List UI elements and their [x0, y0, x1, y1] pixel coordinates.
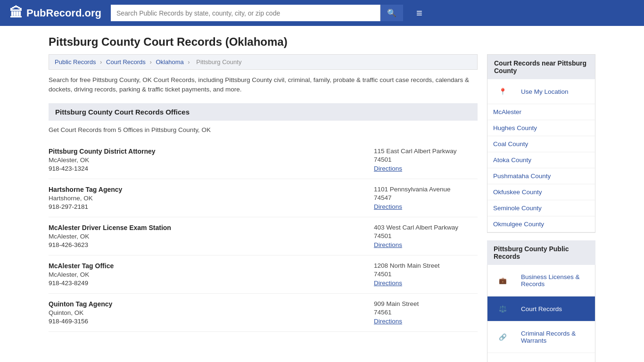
offices-list: Pittsburg County District Attorney McAle… [49, 141, 478, 332]
office-address-2: 403 West Carl Albert Parkway [374, 224, 478, 231]
sidebar: Court Records near Pittsburg County 📍 Us… [487, 54, 595, 362]
offices-count: Get Court Records from 5 Offices in Pitt… [49, 126, 478, 133]
use-location-item[interactable]: 📍 Use My Location [487, 79, 595, 104]
office-entry: Hartshorne Tag Agency Hartshorne, OK 918… [49, 179, 478, 217]
office-name-2: McAlester Driver License Exam Station [49, 224, 171, 231]
office-name-0: Pittsburg County District Attorney [49, 148, 156, 155]
office-right-0: 115 East Carl Albert Parkway 74501 Direc… [374, 148, 478, 172]
public-records-item-0[interactable]: 💼 Business Licenses & Records [487, 265, 595, 296]
logo-icon: 🏛 [9, 5, 23, 21]
main-wrapper: Pittsburg County Court Records (Oklahoma… [39, 26, 605, 362]
office-phone-4: 918-469-3156 [49, 318, 112, 325]
directions-link-2[interactable]: Directions [374, 241, 402, 248]
office-city-2: McAlester, OK [49, 233, 171, 240]
office-entry: Quinton Tag Agency Quinton, OK 918-469-3… [49, 294, 478, 332]
public-records-item-1[interactable]: ⚖️ Court Records [487, 296, 595, 321]
pr-label-0: Business Licenses & Records [515, 269, 589, 292]
nearby-county-6[interactable]: Seminole County [487, 200, 595, 216]
directions-link-3[interactable]: Directions [374, 280, 402, 287]
office-zip-2: 74501 [374, 232, 478, 239]
public-records-title: Pittsburg County Public Records [487, 240, 595, 265]
pr-icon-3: 🔒 [493, 357, 512, 362]
breadcrumb: Public Records › Court Records › Oklahom… [49, 54, 478, 70]
content-area: Public Records › Court Records › Oklahom… [49, 54, 595, 362]
breadcrumb-oklahoma[interactable]: Oklahoma [156, 58, 183, 66]
office-entry: Pittsburg County District Attorney McAle… [49, 141, 478, 179]
nearby-county-0[interactable]: McAlester [487, 104, 595, 120]
location-icon: 📍 [493, 83, 512, 99]
office-left-2: McAlester Driver License Exam Station Mc… [49, 224, 171, 248]
page-description: Search for free Pittsburg County, OK Cou… [49, 75, 478, 95]
office-zip-0: 74501 [374, 156, 478, 163]
pr-label-2: Criminal Records & Warrants [515, 326, 589, 348]
nearby-county-5[interactable]: Okfuskee County [487, 184, 595, 200]
nearby-county-1[interactable]: Hughes County [487, 120, 595, 136]
search-input[interactable] [111, 5, 380, 21]
breadcrumb-county: Pittsburg County [196, 58, 241, 66]
office-phone-0: 918-423-1324 [49, 165, 156, 172]
office-left-4: Quinton Tag Agency Quinton, OK 918-469-3… [49, 300, 112, 325]
public-records-list: 💼 Business Licenses & Records ⚖️ Court R… [487, 265, 595, 362]
office-city-0: McAlester, OK [49, 156, 156, 164]
site-logo[interactable]: 🏛 PubRecord.org [9, 5, 101, 21]
page-title: Pittsburg County Court Records (Oklahoma… [49, 35, 595, 49]
public-records-item-3[interactable]: 🔒 Inmate & Jail Records [487, 353, 595, 362]
office-city-3: McAlester, OK [49, 271, 114, 278]
office-phone-1: 918-297-2181 [49, 203, 122, 210]
nearby-county-2[interactable]: Coal County [487, 136, 595, 152]
office-zip-1: 74547 [374, 194, 478, 201]
nearby-county-3[interactable]: Atoka County [487, 152, 595, 168]
office-right-1: 1101 Pennsylvania Avenue 74547 Direction… [374, 186, 478, 210]
office-left-0: Pittsburg County District Attorney McAle… [49, 148, 156, 172]
pr-icon-0: 💼 [493, 272, 512, 288]
office-address-0: 115 East Carl Albert Parkway [374, 148, 478, 155]
office-address-4: 909 Main Street [374, 300, 478, 307]
office-address-1: 1101 Pennsylvania Avenue [374, 186, 478, 193]
office-left-3: McAlester Tag Office McAlester, OK 918-4… [49, 262, 114, 287]
pr-label-3: Inmate & Jail Records [515, 358, 589, 362]
search-bar: 🔍 [111, 5, 403, 21]
menu-button[interactable]: ≡ [416, 7, 422, 19]
breadcrumb-sep3: › [188, 58, 190, 66]
nearby-county-4[interactable]: Pushmataha County [487, 168, 595, 184]
breadcrumb-court-records[interactable]: Court Records [106, 58, 146, 66]
office-zip-3: 74501 [374, 271, 478, 278]
office-phone-2: 918-426-3623 [49, 241, 171, 248]
nearby-title: Court Records near Pittsburg County [487, 54, 595, 79]
offices-section-heading: Pittsburg County Court Records Offices [49, 103, 478, 121]
breadcrumb-sep1: › [100, 58, 102, 66]
nearby-list: 📍 Use My Location McAlester Hughes Count… [487, 79, 595, 233]
office-entry: McAlester Tag Office McAlester, OK 918-4… [49, 255, 478, 294]
breadcrumb-sep2: › [149, 58, 151, 66]
office-phone-3: 918-423-8249 [49, 280, 114, 287]
office-left-1: Hartshorne Tag Agency Hartshorne, OK 918… [49, 186, 122, 210]
breadcrumb-public-records[interactable]: Public Records [55, 58, 96, 66]
office-entry: McAlester Driver License Exam Station Mc… [49, 217, 478, 255]
directions-link-4[interactable]: Directions [374, 318, 402, 325]
office-name-3: McAlester Tag Office [49, 262, 114, 270]
site-header: 🏛 PubRecord.org 🔍 ≡ [0, 0, 644, 26]
logo-text: PubRecord.org [26, 7, 101, 19]
office-zip-4: 74561 [374, 309, 478, 316]
office-right-4: 909 Main Street 74561 Directions [374, 300, 478, 325]
directions-link-1[interactable]: Directions [374, 203, 402, 210]
main-content: Public Records › Court Records › Oklahom… [49, 54, 478, 362]
office-right-2: 403 West Carl Albert Parkway 74501 Direc… [374, 224, 478, 248]
search-button[interactable]: 🔍 [380, 5, 403, 21]
pr-icon-2: 🔗 [493, 329, 512, 345]
public-records-item-2[interactable]: 🔗 Criminal Records & Warrants [487, 321, 595, 353]
pr-icon-1: ⚖️ [493, 301, 512, 317]
directions-link-0[interactable]: Directions [374, 165, 402, 172]
office-city-1: Hartshorne, OK [49, 195, 122, 202]
office-name-4: Quinton Tag Agency [49, 300, 112, 308]
pr-label-1: Court Records [515, 301, 568, 317]
nearby-county-7[interactable]: Okmulgee County [487, 216, 595, 232]
office-address-3: 1208 North Main Street [374, 262, 478, 269]
office-right-3: 1208 North Main Street 74501 Directions [374, 262, 478, 287]
use-location-label: Use My Location [515, 84, 574, 99]
office-city-4: Quinton, OK [49, 309, 112, 316]
office-name-1: Hartshorne Tag Agency [49, 186, 122, 193]
